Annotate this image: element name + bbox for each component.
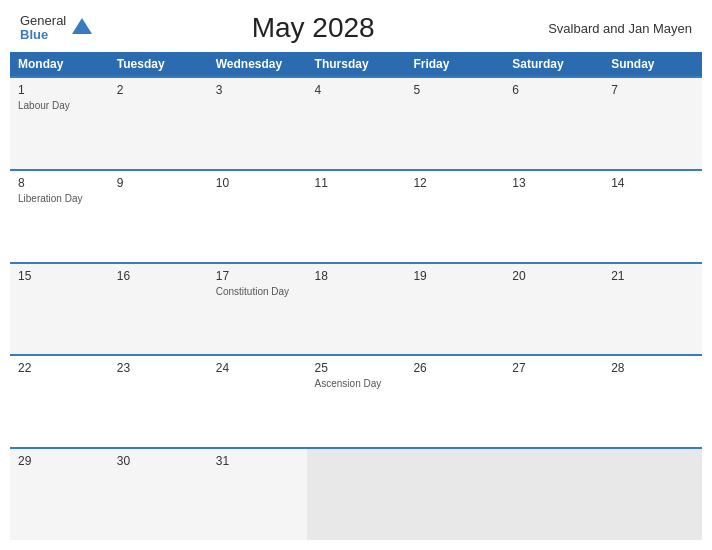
week-row: 8Liberation Day91011121314 — [10, 169, 702, 262]
day-number: 18 — [315, 269, 398, 283]
day-cell: 26 — [405, 356, 504, 447]
day-number: 20 — [512, 269, 595, 283]
holiday-name: Constitution Day — [216, 286, 299, 297]
region-label: Svalbard and Jan Mayen — [532, 21, 692, 36]
empty-day-cell — [504, 449, 603, 540]
empty-day-cell — [405, 449, 504, 540]
day-cell: 29 — [10, 449, 109, 540]
day-cell: 9 — [109, 171, 208, 262]
logo: GeneralBlue — [20, 14, 94, 43]
day-number: 17 — [216, 269, 299, 283]
day-cell: 3 — [208, 78, 307, 169]
day-cell: 2 — [109, 78, 208, 169]
day-number: 8 — [18, 176, 101, 190]
day-headers: MondayTuesdayWednesdayThursdayFridaySatu… — [10, 52, 702, 76]
day-number: 13 — [512, 176, 595, 190]
day-number: 12 — [413, 176, 496, 190]
day-cell: 13 — [504, 171, 603, 262]
day-number: 6 — [512, 83, 595, 97]
day-number: 1 — [18, 83, 101, 97]
day-cell: 16 — [109, 264, 208, 355]
day-number: 22 — [18, 361, 101, 375]
day-number: 3 — [216, 83, 299, 97]
weeks: 1Labour Day2345678Liberation Day91011121… — [10, 76, 702, 540]
day-number: 30 — [117, 454, 200, 468]
day-cell: 15 — [10, 264, 109, 355]
day-number: 5 — [413, 83, 496, 97]
day-cell: 24 — [208, 356, 307, 447]
week-row: 151617Constitution Day18192021 — [10, 262, 702, 355]
day-number: 10 — [216, 176, 299, 190]
day-cell: 14 — [603, 171, 702, 262]
day-header: Saturday — [504, 52, 603, 76]
holiday-name: Labour Day — [18, 100, 101, 111]
empty-day-cell — [603, 449, 702, 540]
day-cell: 12 — [405, 171, 504, 262]
week-row: 293031 — [10, 447, 702, 540]
day-number: 31 — [216, 454, 299, 468]
day-header: Sunday — [603, 52, 702, 76]
month-title: May 2028 — [94, 12, 532, 44]
week-row: 1Labour Day234567 — [10, 76, 702, 169]
day-cell: 5 — [405, 78, 504, 169]
svg-marker-0 — [72, 18, 92, 34]
day-number: 26 — [413, 361, 496, 375]
day-number: 14 — [611, 176, 694, 190]
day-cell: 21 — [603, 264, 702, 355]
day-number: 25 — [315, 361, 398, 375]
holiday-name: Ascension Day — [315, 378, 398, 389]
day-number: 21 — [611, 269, 694, 283]
day-header: Monday — [10, 52, 109, 76]
day-cell: 19 — [405, 264, 504, 355]
day-number: 28 — [611, 361, 694, 375]
day-number: 4 — [315, 83, 398, 97]
day-number: 16 — [117, 269, 200, 283]
day-number: 24 — [216, 361, 299, 375]
empty-day-cell — [307, 449, 406, 540]
holiday-name: Liberation Day — [18, 193, 101, 204]
day-number: 19 — [413, 269, 496, 283]
day-number: 7 — [611, 83, 694, 97]
day-header: Tuesday — [109, 52, 208, 76]
day-cell: 10 — [208, 171, 307, 262]
day-number: 29 — [18, 454, 101, 468]
day-cell: 20 — [504, 264, 603, 355]
day-number: 9 — [117, 176, 200, 190]
day-cell: 18 — [307, 264, 406, 355]
logo-icon — [70, 16, 94, 40]
day-cell: 4 — [307, 78, 406, 169]
day-cell: 1Labour Day — [10, 78, 109, 169]
day-number: 11 — [315, 176, 398, 190]
day-cell: 22 — [10, 356, 109, 447]
day-cell: 11 — [307, 171, 406, 262]
day-cell: 28 — [603, 356, 702, 447]
week-row: 22232425Ascension Day262728 — [10, 354, 702, 447]
day-number: 2 — [117, 83, 200, 97]
day-header: Friday — [405, 52, 504, 76]
day-cell: 8Liberation Day — [10, 171, 109, 262]
day-header: Wednesday — [208, 52, 307, 76]
day-cell: 30 — [109, 449, 208, 540]
day-cell: 31 — [208, 449, 307, 540]
logo-text: GeneralBlue — [20, 14, 66, 43]
calendar: MondayTuesdayWednesdayThursdayFridaySatu… — [0, 52, 712, 550]
day-cell: 6 — [504, 78, 603, 169]
day-number: 23 — [117, 361, 200, 375]
day-cell: 25Ascension Day — [307, 356, 406, 447]
calendar-header: GeneralBlue May 2028 Svalbard and Jan Ma… — [0, 0, 712, 52]
day-cell: 7 — [603, 78, 702, 169]
day-cell: 17Constitution Day — [208, 264, 307, 355]
day-header: Thursday — [307, 52, 406, 76]
day-cell: 27 — [504, 356, 603, 447]
day-cell: 23 — [109, 356, 208, 447]
day-number: 27 — [512, 361, 595, 375]
day-number: 15 — [18, 269, 101, 283]
